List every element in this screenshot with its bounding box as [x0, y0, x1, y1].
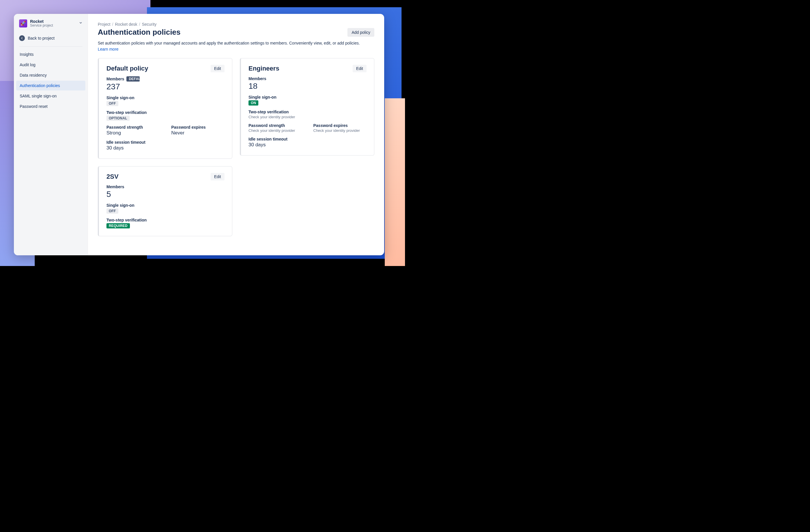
- two-step-check-idp: Check your identity provider: [248, 115, 367, 119]
- pw-strength-value: Strong: [107, 130, 160, 136]
- policy-title: 2SV: [107, 173, 118, 180]
- breadcrumb: Project / Rocket desk / Security: [98, 22, 374, 27]
- pw-strength-check-idp: Check your identity provider: [248, 128, 302, 133]
- sidebar-item-insights[interactable]: Insights: [16, 49, 85, 59]
- sidebar: 🚀 Rocket Service project Back to project…: [14, 14, 88, 255]
- app-window: 🚀 Rocket Service project Back to project…: [14, 14, 384, 255]
- page-description: Set authentication policies with your ma…: [98, 40, 364, 52]
- pw-strength-label: Password strength: [107, 125, 160, 130]
- breadcrumb-sep: /: [112, 22, 113, 27]
- two-step-label: Two-step verification: [248, 110, 367, 114]
- idle-value: 30 days: [107, 145, 225, 151]
- sidebar-item-authentication-policies[interactable]: Authentication policies: [16, 81, 85, 90]
- policy-cards: Default policy Edit Members DEFAULT 237 …: [98, 58, 374, 236]
- idle-label: Idle session timeout: [248, 137, 367, 142]
- idle-value: 30 days: [248, 142, 367, 148]
- pw-strength-label: Password strength: [248, 123, 302, 128]
- breadcrumb-segment[interactable]: Security: [142, 22, 157, 27]
- page-description-text: Set authentication policies with your ma…: [98, 41, 360, 45]
- sidebar-item-password-reset[interactable]: Password reset: [16, 101, 85, 111]
- label-text: Members: [107, 77, 124, 81]
- back-label: Back to project: [28, 36, 55, 40]
- sso-off-badge: OFF: [107, 101, 118, 106]
- arrow-left-icon: [19, 35, 25, 41]
- default-badge: DEFAULT: [126, 76, 140, 82]
- divider: [19, 46, 82, 47]
- breadcrumb-segment[interactable]: Rocket desk: [115, 22, 137, 27]
- pw-expires-label: Password expires: [171, 125, 225, 130]
- project-name: Rocket: [30, 19, 76, 24]
- idle-label: Idle session timeout: [107, 140, 225, 145]
- two-step-label: Two-step verification: [107, 110, 225, 115]
- policy-card-2sv: 2SV Edit Members 5 Single sign-on OFF Tw…: [98, 166, 232, 236]
- edit-button[interactable]: Edit: [211, 65, 225, 72]
- sidebar-item-saml-sso[interactable]: SAML single sign-on: [16, 91, 85, 101]
- members-count: 237: [107, 82, 225, 92]
- project-meta: Rocket Service project: [30, 19, 76, 28]
- members-count: 5: [107, 190, 225, 199]
- policy-title: Default policy: [107, 65, 148, 72]
- project-switcher[interactable]: 🚀 Rocket Service project: [14, 19, 88, 32]
- breadcrumb-segment[interactable]: Project: [98, 22, 111, 27]
- sso-label: Single sign-on: [107, 95, 225, 100]
- sidebar-item-data-residency[interactable]: Data residency: [16, 70, 85, 80]
- members-count: 18: [248, 82, 367, 91]
- two-step-label: Two-step verification: [107, 218, 225, 222]
- sidebar-nav: Insights Audit log Data residency Authen…: [14, 49, 88, 112]
- pw-expires-label: Password expires: [313, 123, 367, 128]
- sso-on-badge: ON: [248, 100, 258, 105]
- members-label: Members DEFAULT: [107, 76, 225, 82]
- sso-off-badge: OFF: [107, 209, 118, 214]
- back-to-project-link[interactable]: Back to project: [14, 32, 88, 46]
- edit-button[interactable]: Edit: [353, 65, 367, 72]
- add-policy-button[interactable]: Add policy: [347, 28, 374, 37]
- project-sub: Service project: [30, 24, 76, 28]
- breadcrumb-sep: /: [139, 22, 140, 27]
- two-step-optional-badge: OPTIONAL: [107, 116, 130, 121]
- two-step-required-badge: REQUIRED: [107, 223, 130, 229]
- pw-expires-check-idp: Check your identity provider: [313, 128, 367, 133]
- chevron-down-icon: [79, 21, 82, 26]
- page-title: Authentication policies: [98, 28, 180, 37]
- policy-card-engineers: Engineers Edit Members 18 Single sign-on…: [240, 58, 374, 155]
- bg-decor: [385, 98, 405, 266]
- sso-label: Single sign-on: [248, 95, 367, 99]
- sidebar-item-audit-log[interactable]: Audit log: [16, 60, 85, 70]
- members-label: Members: [248, 76, 367, 81]
- members-label: Members: [107, 184, 225, 189]
- page-header: Authentication policies Add policy: [98, 28, 374, 37]
- pw-expires-value: Never: [171, 130, 225, 136]
- rocket-icon: 🚀: [19, 19, 27, 28]
- learn-more-link[interactable]: Learn more: [98, 47, 118, 51]
- edit-button[interactable]: Edit: [211, 173, 225, 180]
- sso-label: Single sign-on: [107, 203, 225, 207]
- main-content: Project / Rocket desk / Security Authent…: [88, 14, 384, 255]
- policy-card-default: Default policy Edit Members DEFAULT 237 …: [98, 58, 232, 159]
- policy-title: Engineers: [248, 65, 279, 72]
